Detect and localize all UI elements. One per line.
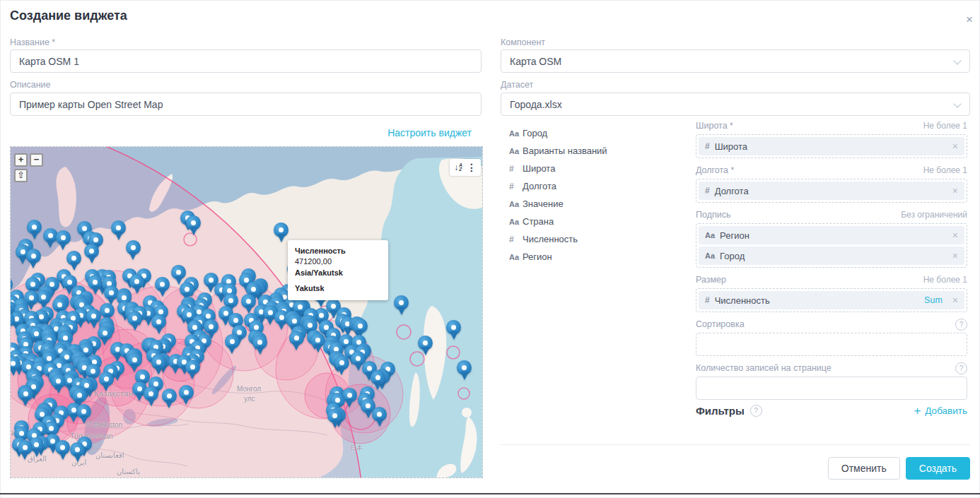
map-marker[interactable] [394,295,409,316]
map-marker[interactable] [372,407,387,427]
map-marker[interactable] [129,274,144,295]
slot-Подпись: ПодписьБез ограниченийAaРегион×AaГород× [696,210,967,268]
map-marker[interactable] [70,442,85,463]
chip-remove-icon[interactable]: × [952,251,958,261]
mapping-slots: Широта *Не более 1#Широта×Долгота *Не бо… [696,121,967,407]
map-extent-button[interactable]: ⇧ [14,169,28,182]
field-name: Значение [523,198,564,209]
map-marker[interactable] [10,312,15,333]
map-marker[interactable] [179,385,194,405]
map-marker[interactable] [151,355,166,375]
slot-dropzone[interactable]: #ЧисленностьSum× [696,288,967,312]
configure-widget-link[interactable]: Настроить виджет [10,127,472,138]
dataset-field-Город[interactable]: AaГород [509,124,686,142]
field-name: Город [523,128,547,138]
create-button[interactable]: Создать [906,457,970,480]
map-marker[interactable] [26,249,41,269]
map-marker[interactable] [289,331,304,351]
chip-remove-icon[interactable]: × [952,186,958,196]
map-marker[interactable] [126,240,141,261]
field-type-icon: Aa [705,231,715,239]
map-marker[interactable] [155,277,170,297]
map-marker[interactable] [55,440,70,461]
field-chip-Долгота[interactable]: #Долгота× [699,182,964,200]
map-marker[interactable] [18,440,33,461]
map-marker[interactable] [457,360,472,381]
add-filter-button[interactable]: + Добавить [914,405,967,417]
dataset-field-Значение[interactable]: AaЗначение [509,195,686,213]
slot-label: Количество записей на странице [696,363,832,373]
sort-az-icon[interactable]: ↓ AZ [454,163,462,172]
map-marker[interactable] [66,251,81,271]
map-marker[interactable] [111,220,126,241]
slot-limit: Не более 1 [923,121,967,131]
map-marker[interactable] [327,408,342,429]
map-marker[interactable] [27,220,42,240]
more-options-icon[interactable]: ⋮ [467,162,477,172]
map-zoom-out-button[interactable]: − [30,153,43,167]
map-marker[interactable] [99,372,114,392]
dataset-field-Страна[interactable]: AaСтрана [509,213,686,230]
slot-dropzone[interactable]: AaРегион×AaГород× [696,223,967,268]
dataset-value: Города.xlsx [510,99,562,110]
chip-aggregation[interactable]: Sum [924,295,943,305]
field-chip-Численность[interactable]: #ЧисленностьSum× [699,291,964,309]
field-chip-Регион[interactable]: AaРегион× [699,226,964,244]
map-marker[interactable] [185,360,200,380]
map-marker[interactable] [162,389,177,409]
map-place-label: 日本 [350,444,363,453]
map-marker[interactable] [76,404,91,425]
slot-limit: Не более 1 [923,165,967,175]
help-icon[interactable]: ? [955,319,967,331]
description-input[interactable]: Пример карты Open Street Map [10,93,482,116]
map-marker[interactable] [186,215,201,236]
close-icon[interactable]: × [966,13,973,25]
dataset-field-Широта[interactable]: #Широта [509,160,686,177]
map-marker[interactable] [144,386,158,407]
field-chip-Город[interactable]: AaГород× [699,247,964,265]
map-place-label: улс [244,395,255,403]
map-zoom-in-button[interactable]: + [14,153,28,167]
tooltip-value-line: Численность 471200,00 [295,246,381,268]
map-marker[interactable] [56,230,71,251]
map-marker[interactable] [127,311,142,331]
map-marker[interactable] [334,355,349,376]
map-marker[interactable] [10,356,21,377]
chip-remove-icon[interactable]: × [952,295,958,305]
map-marker[interactable] [225,334,240,355]
map-marker[interactable] [18,386,33,407]
map-marker[interactable] [84,244,99,264]
help-icon[interactable]: ? [955,362,967,374]
map-marker[interactable] [151,314,166,335]
map-marker[interactable] [51,374,66,394]
slot-dropzone[interactable]: #Широта× [696,134,967,158]
help-icon[interactable]: ? [750,405,762,417]
map-marker[interactable] [446,320,461,340]
cancel-button[interactable]: Отменить [828,457,900,480]
dataset-fields-list: AaГородAaВарианты названий#Широта#Долгот… [509,124,686,266]
dataset-field-Варианты названий[interactable]: AaВарианты названий [509,142,686,160]
dataset-label: Датасет [501,80,533,90]
map-marker[interactable] [418,336,433,356]
map-marker[interactable] [274,223,288,243]
name-input[interactable]: Карта OSM 1 [10,49,482,73]
chip-remove-icon[interactable]: × [952,141,958,151]
osm-map[interactable]: ҚазақстанМонголулсO‘zbekistonTürkmenista… [10,146,483,478]
field-type-icon: Aa [509,200,523,208]
field-chip-Широта[interactable]: #Широта× [699,137,964,155]
slot-dropzone[interactable]: #Долгота× [696,179,967,203]
component-label: Компонент [501,37,545,47]
map-marker[interactable] [252,335,267,355]
chip-remove-icon[interactable]: × [952,230,958,240]
component-value: Карта OSM [510,56,561,67]
tooltip-city: Yakutsk [295,283,381,294]
dataset-field-Численность[interactable]: #Численность [509,230,686,248]
dataset-field-Регион[interactable]: AaРегион [509,248,686,266]
dataset-field-Долгота[interactable]: #Долгота [509,177,686,195]
slot-Количество записей на странице: Количество записей на странице? [696,363,967,400]
dataset-select[interactable]: Города.xlsx [501,93,970,116]
slot-dropzone[interactable] [696,333,967,356]
slot-input[interactable] [696,377,967,400]
component-select[interactable]: Карта OSM [501,49,970,73]
chip-name: Регион [720,230,749,241]
